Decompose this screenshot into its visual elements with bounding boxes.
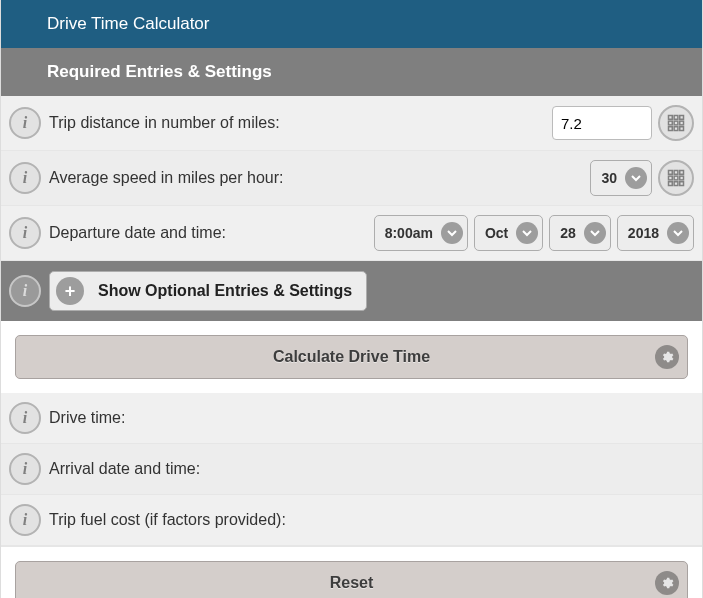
row-average-speed: i Average speed in miles per hour: 30 — [1, 151, 702, 206]
svg-rect-16 — [674, 182, 678, 186]
svg-rect-7 — [674, 127, 678, 131]
chevron-down-icon — [441, 222, 463, 244]
departure-time-select[interactable]: 8:00am — [374, 215, 468, 251]
reset-section: Reset — [1, 546, 702, 598]
show-optional-button[interactable]: + Show Optional Entries & Settings — [49, 271, 367, 311]
chevron-down-icon — [667, 222, 689, 244]
fuel-cost-label: Trip fuel cost (if factors provided): — [49, 511, 694, 529]
departure-year-select[interactable]: 2018 — [617, 215, 694, 251]
info-icon[interactable]: i — [9, 453, 41, 485]
svg-rect-8 — [680, 127, 684, 131]
reset-button-label: Reset — [330, 574, 374, 592]
calculate-section: Calculate Drive Time — [1, 321, 702, 393]
keypad-icon[interactable] — [658, 160, 694, 196]
svg-rect-4 — [674, 121, 678, 125]
chevron-down-icon — [584, 222, 606, 244]
arrival-label: Arrival date and time: — [49, 460, 694, 478]
svg-rect-3 — [669, 121, 673, 125]
svg-rect-0 — [669, 116, 673, 120]
svg-rect-1 — [674, 116, 678, 120]
keypad-icon[interactable] — [658, 105, 694, 141]
departure-label: Departure date and time: — [49, 224, 368, 242]
svg-rect-15 — [669, 182, 673, 186]
svg-rect-11 — [680, 171, 684, 175]
departure-day-select[interactable]: 28 — [549, 215, 611, 251]
svg-rect-6 — [669, 127, 673, 131]
svg-rect-13 — [674, 176, 678, 180]
calculate-button[interactable]: Calculate Drive Time — [15, 335, 688, 379]
departure-year-value: 2018 — [628, 225, 659, 241]
info-icon[interactable]: i — [9, 402, 41, 434]
chevron-down-icon — [516, 222, 538, 244]
drive-time-label: Drive time: — [49, 409, 694, 427]
departure-month-value: Oct — [485, 225, 508, 241]
row-trip-distance: i Trip distance in number of miles: — [1, 96, 702, 151]
svg-rect-10 — [674, 171, 678, 175]
trip-distance-label: Trip distance in number of miles: — [49, 114, 552, 132]
page-title-text: Drive Time Calculator — [47, 14, 210, 33]
info-icon[interactable]: i — [9, 275, 41, 307]
page-title: Drive Time Calculator — [1, 0, 702, 48]
svg-rect-14 — [680, 176, 684, 180]
gear-icon — [655, 345, 679, 369]
info-icon[interactable]: i — [9, 107, 41, 139]
section-required-header: Required Entries & Settings — [1, 48, 702, 96]
trip-distance-input[interactable] — [552, 106, 652, 140]
departure-day-value: 28 — [560, 225, 576, 241]
plus-icon: + — [56, 277, 84, 305]
svg-rect-17 — [680, 182, 684, 186]
svg-rect-5 — [680, 121, 684, 125]
info-icon[interactable]: i — [9, 217, 41, 249]
svg-rect-2 — [680, 116, 684, 120]
section-required-title: Required Entries & Settings — [47, 62, 272, 81]
reset-button[interactable]: Reset — [15, 561, 688, 598]
average-speed-select[interactable]: 30 — [590, 160, 652, 196]
row-fuel-cost: i Trip fuel cost (if factors provided): — [1, 495, 702, 546]
average-speed-value: 30 — [601, 170, 617, 186]
svg-rect-9 — [669, 171, 673, 175]
chevron-down-icon — [625, 167, 647, 189]
gear-icon — [655, 571, 679, 595]
info-icon[interactable]: i — [9, 504, 41, 536]
average-speed-label: Average speed in miles per hour: — [49, 169, 584, 187]
row-arrival: i Arrival date and time: — [1, 444, 702, 495]
departure-time-value: 8:00am — [385, 225, 433, 241]
svg-rect-12 — [669, 176, 673, 180]
calculate-button-label: Calculate Drive Time — [273, 348, 430, 366]
row-optional-toggle: i + Show Optional Entries & Settings — [1, 261, 702, 321]
departure-month-select[interactable]: Oct — [474, 215, 543, 251]
info-icon[interactable]: i — [9, 162, 41, 194]
row-drive-time: i Drive time: — [1, 393, 702, 444]
show-optional-label: Show Optional Entries & Settings — [98, 282, 352, 300]
row-departure: i Departure date and time: 8:00am Oct 28… — [1, 206, 702, 261]
